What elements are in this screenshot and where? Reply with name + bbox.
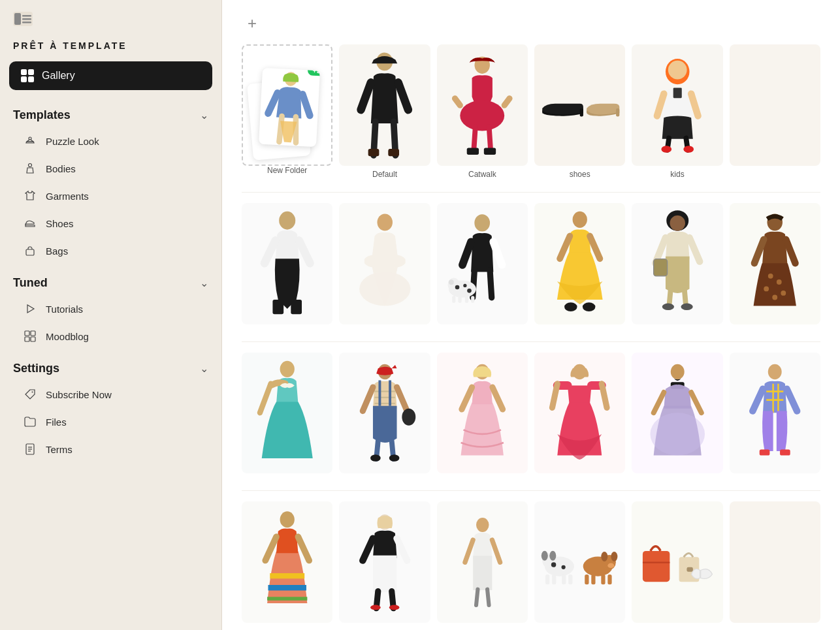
svg-point-87 xyxy=(370,605,381,610)
svg-point-44 xyxy=(463,284,466,287)
gallery-item-catwalk[interactable]: Catwalk xyxy=(437,44,528,179)
templates-nav-item-puzzle-look[interactable]: Puzzle Look xyxy=(0,127,221,155)
svg-point-106 xyxy=(601,552,607,561)
gallery-row-4 xyxy=(242,501,820,627)
gallery-item-r3-1[interactable] xyxy=(242,353,332,478)
svg-point-78 xyxy=(768,364,782,380)
r3-fig6-img xyxy=(730,353,820,474)
gallery-item-r4-5[interactable] xyxy=(632,501,722,627)
gallery-button[interactable]: Gallery xyxy=(9,61,212,90)
sidebar-toggle-icon[interactable] xyxy=(13,12,33,29)
gallery-icon xyxy=(21,69,34,82)
gallery-row-2 xyxy=(242,203,820,328)
templates-nav-item-garments[interactable]: Garments xyxy=(0,182,221,210)
gallery-item-r2-3[interactable] xyxy=(437,203,528,328)
settings-nav-item-subscribe[interactable]: Subscribe Now xyxy=(0,381,221,408)
templates-nav-item-bodies[interactable]: Bodies xyxy=(0,155,221,182)
gallery-item-r3-6[interactable] xyxy=(730,353,820,478)
r2-fig3-img xyxy=(437,203,528,324)
templates-nav-item-bags[interactable]: Bags xyxy=(0,237,221,264)
gallery-item-r4-4[interactable] xyxy=(534,501,625,627)
r3-fig5-img xyxy=(632,353,722,474)
placeholder-img-1 xyxy=(730,44,820,166)
svg-point-61 xyxy=(777,279,782,285)
svg-point-56 xyxy=(681,304,692,310)
kids-label: kids xyxy=(670,170,684,179)
kids-img xyxy=(632,44,722,166)
gallery-item-r3-4[interactable] xyxy=(534,353,625,478)
svg-rect-46 xyxy=(452,296,455,304)
gallery-item-r2-6[interactable] xyxy=(730,203,820,328)
tag-icon xyxy=(24,388,37,401)
gallery-item-r2-4[interactable] xyxy=(534,203,625,328)
templates-section-header[interactable]: Templates ⌄ xyxy=(0,97,221,127)
svg-rect-101 xyxy=(585,575,589,584)
svg-point-75 xyxy=(671,364,685,380)
svg-rect-91 xyxy=(545,575,549,584)
r2-fig2-img xyxy=(339,203,430,324)
svg-rect-4 xyxy=(22,22,31,24)
body-icon xyxy=(24,162,37,175)
catwalk-img xyxy=(437,44,528,166)
svg-rect-27 xyxy=(580,108,583,117)
shoes-label: Shoes xyxy=(46,218,74,229)
add-button[interactable]: + xyxy=(242,13,263,34)
row-separator-3 xyxy=(242,490,820,491)
svg-point-45 xyxy=(467,289,472,293)
doc-icon xyxy=(24,443,37,456)
default-img xyxy=(339,44,430,166)
gallery-item-r4-1[interactable] xyxy=(242,501,332,627)
svg-point-85 xyxy=(280,511,295,528)
svg-point-62 xyxy=(764,287,769,292)
play-icon xyxy=(24,302,37,315)
svg-rect-6 xyxy=(26,249,34,255)
svg-rect-11 xyxy=(31,337,35,341)
settings-nav-item-files[interactable]: Files xyxy=(0,408,221,435)
svg-rect-26 xyxy=(484,148,496,154)
main-content: + +3 xyxy=(222,0,840,630)
tuned-nav-item-tutorials[interactable]: Tutorials xyxy=(0,295,221,323)
svg-rect-10 xyxy=(25,337,29,341)
tuned-nav-item-moodblog[interactable]: Moodblog xyxy=(0,323,221,350)
svg-point-37 xyxy=(377,214,393,231)
bags-label: Bags xyxy=(46,245,68,257)
svg-rect-54 xyxy=(653,259,667,276)
settings-section-header[interactable]: Settings ⌄ xyxy=(0,350,221,381)
templates-nav-item-shoes[interactable]: Shoes xyxy=(0,210,221,237)
svg-rect-49 xyxy=(471,296,474,304)
gallery-item-r4-2[interactable] xyxy=(339,501,430,627)
gallery-item-kids[interactable]: kids xyxy=(632,44,722,179)
gallery-item-shoes[interactable]: shoes xyxy=(534,44,625,179)
gallery-item-r2-2[interactable] xyxy=(339,203,430,328)
svg-point-38 xyxy=(359,272,410,306)
gallery-item-new-folder[interactable]: +3 xyxy=(242,44,332,179)
svg-point-30 xyxy=(668,61,687,80)
gallery-item-r3-2[interactable] xyxy=(339,353,430,478)
gallery-item-r3-5[interactable] xyxy=(632,353,722,478)
gallery-item-r2-5[interactable] xyxy=(632,203,722,328)
tuned-section-header[interactable]: Tuned ⌄ xyxy=(0,264,221,295)
svg-rect-112 xyxy=(687,567,692,571)
svg-point-72 xyxy=(389,454,400,461)
r4-fig3-img xyxy=(437,501,528,623)
gallery-row-1: +3 xyxy=(242,44,820,179)
svg-point-52 xyxy=(583,303,596,312)
r3-fig3-img xyxy=(437,353,528,474)
gallery-item-default[interactable]: Default xyxy=(339,44,430,179)
gallery-item-placeholder-1 xyxy=(730,44,820,179)
settings-chevron-icon: ⌄ xyxy=(200,362,208,375)
svg-point-50 xyxy=(573,212,587,228)
catwalk-label: Catwalk xyxy=(468,170,496,179)
svg-point-51 xyxy=(564,303,577,312)
svg-point-24 xyxy=(460,100,504,131)
gallery-item-r3-3[interactable] xyxy=(437,353,528,478)
bodies-label: Bodies xyxy=(46,163,76,174)
moodblog-label: Moodblog xyxy=(46,331,89,342)
files-label: Files xyxy=(46,417,67,428)
svg-rect-102 xyxy=(591,575,595,584)
svg-point-34 xyxy=(279,212,295,230)
gallery-item-r4-3[interactable] xyxy=(437,501,528,627)
svg-rect-31 xyxy=(673,88,681,99)
settings-nav-item-terms[interactable]: Terms xyxy=(0,435,221,463)
gallery-item-r2-1[interactable] xyxy=(242,203,332,328)
